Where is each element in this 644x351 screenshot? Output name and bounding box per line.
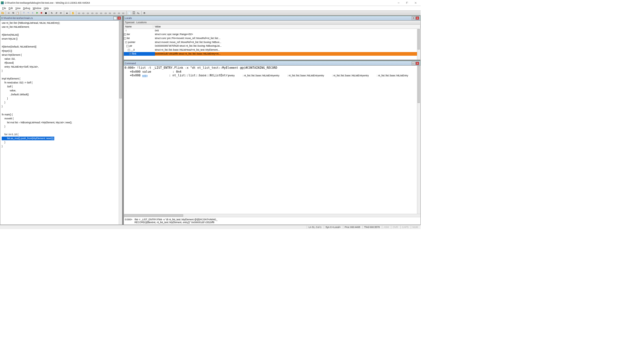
window3-icon[interactable]: ▭ <box>86 11 90 15</box>
open-icon[interactable] <box>1 11 5 15</box>
status-proc: Proc 000:4408 <box>343 226 362 229</box>
locals-tree[interactable]: i0n5+iterstruct core::ops::range::Range<… <box>124 29 417 60</box>
status-thrd: Thrd 000:3578 <box>362 226 381 229</box>
window1-icon[interactable]: ▭ <box>77 11 81 15</box>
source-header[interactable]: D:\Rust\nt-list-test\src\main.rs 📄 × <box>0 16 122 21</box>
menu-file[interactable]: File <box>1 6 7 10</box>
menu-bar: File Edit View Debug Window Help <box>0 6 421 10</box>
step-out-icon[interactable] <box>31 11 34 15</box>
break-icon[interactable] <box>40 11 44 15</box>
source-menu-icon[interactable]: 📄 <box>113 16 117 20</box>
locations-button[interactable]: Locations <box>136 21 146 24</box>
title-bar: D:\Rust\nt-list-test\target\debug\nt-lis… <box>0 0 421 6</box>
minimize-button[interactable] <box>394 0 403 6</box>
locals-scrollbar[interactable] <box>417 29 420 60</box>
paste-icon[interactable]: 📋 <box>16 11 20 15</box>
menu-window[interactable]: Window <box>32 6 42 10</box>
menu-debug[interactable]: Debug <box>22 6 31 10</box>
menu-help[interactable]: Help <box>43 6 50 10</box>
window11-icon[interactable]: ▭ <box>121 11 125 15</box>
locals-row-value[interactable]: struct nt_list::list::base::NtListHead<n… <box>155 48 417 52</box>
window6-icon[interactable]: ▭ <box>99 11 103 15</box>
status-asm: ASM <box>382 226 390 229</box>
breakpoint-icon[interactable]: ● <box>65 11 69 15</box>
status-ovr: OVR <box>391 226 399 229</box>
locals-row-value[interactable]: 0n5 <box>155 29 417 33</box>
window9-icon[interactable]: ▭ <box>113 11 116 15</box>
locals-row-name[interactable]: −ptr <box>124 44 155 48</box>
svg-rect-4 <box>41 12 42 14</box>
toolbar: ✂ ⧉ 📋 ⏹ ↻ ↺ ⟳ ● ✋ ▭ ▭ ▭ ▭ ▭ ▭ ▭ ▭ ▭ ▭ ▭ … <box>0 10 421 16</box>
hand-icon[interactable]: ✋ <box>71 11 75 15</box>
step-into-icon[interactable] <box>22 11 26 15</box>
cut-icon[interactable]: ✂ <box>7 11 11 15</box>
entry-link[interactable]: entry : nt_list::list::base::NtListEntry… <box>274 74 408 77</box>
locals-row-name[interactable]: −list <box>124 36 155 40</box>
command-input-row: 0:000> !list -t _LIST_ENTRY.Flink -x "dt… <box>124 217 420 224</box>
window-title: D:\Rust\nt-list-test\target\debug\nt-lis… <box>5 1 394 4</box>
window4-icon[interactable]: ▭ <box>90 11 94 15</box>
locals-pane: Locals ⚙ × Typecast Locations Name Value… <box>124 16 421 60</box>
locals-row-value[interactable]: 0x000001d0`c551bff8 struct nt_list::list… <box>155 52 417 56</box>
command-scrollbar-v[interactable] <box>417 66 420 214</box>
workspace: D:\Rust\nt-list-test\src\main.rs 📄 × use… <box>0 16 421 225</box>
status-num: NUM <box>411 226 420 229</box>
close-window-button[interactable] <box>411 0 420 6</box>
command-input[interactable]: !list -t _LIST_ENTRY.Flink -x "dt nt_lis… <box>133 217 420 224</box>
locals-row-name[interactable]: −pointer <box>124 40 155 44</box>
source-pane: D:\Rust\nt-list-test\src\main.rs 📄 × use… <box>0 16 122 225</box>
maximize-button[interactable] <box>403 0 411 6</box>
window5-icon[interactable]: ▭ <box>95 11 99 15</box>
source-scrollbar[interactable] <box>119 21 122 225</box>
restart-icon[interactable]: ↻ <box>50 11 54 15</box>
font-icon[interactable]: Aₐ <box>136 11 140 15</box>
window7-icon[interactable]: ▭ <box>103 11 107 15</box>
command-prompt: 0:000> <box>124 217 133 224</box>
options-icon[interactable]: ⚙ <box>142 11 146 15</box>
typecast-button[interactable]: Typecast <box>125 21 135 24</box>
source-close-button[interactable]: × <box>117 16 121 20</box>
binary-icon[interactable]: 101101 <box>132 11 136 15</box>
source-code[interactable]: use nt_list::list::{NtBoxingListHead, Nt… <box>0 21 119 225</box>
source-icon[interactable]: 📄 <box>127 11 131 15</box>
locals-close-button[interactable]: × <box>416 16 419 20</box>
command-title: Command <box>125 62 411 65</box>
stop-icon[interactable]: ⏹ <box>44 11 48 15</box>
entry-link[interactable]: entry : nt_list::list::base::NtListEntry… <box>319 74 408 77</box>
locals-menu-icon[interactable]: ⚙ <box>412 16 415 20</box>
command-close-button[interactable]: × <box>416 62 419 65</box>
copy-icon[interactable]: ⧉ <box>11 11 15 15</box>
locals-columns: Name Value <box>124 25 420 29</box>
source-filename: D:\Rust\nt-list-test\src\main.rs <box>1 17 113 20</box>
menu-edit[interactable]: Edit <box>8 6 14 10</box>
locals-row-name[interactable]: +iter <box>124 33 155 36</box>
col-value[interactable]: Value <box>153 25 420 28</box>
restart3-icon[interactable]: ⟳ <box>59 11 63 15</box>
entry-link[interactable]: entry : nt_list::list::base::NtListEntry <box>364 74 408 77</box>
step-over-icon[interactable] <box>26 11 30 15</box>
locals-row-value[interactable]: struct core::ops::range::Range<i32> <box>155 33 417 36</box>
app-icon <box>1 1 4 4</box>
run-icon[interactable] <box>35 11 39 15</box>
locals-row-name[interactable]: i <box>124 29 155 33</box>
window2-icon[interactable]: ▭ <box>81 11 85 15</box>
status-ln: Ln 31, Col 1 <box>307 226 323 229</box>
locals-row-value[interactable]: struct core::pin::Pin<moveit::move_ref::… <box>155 36 417 40</box>
command-header[interactable]: Command ▭ × <box>124 61 420 66</box>
window8-icon[interactable]: ▭ <box>108 11 112 15</box>
command-menu-icon[interactable]: ▭ <box>412 62 415 65</box>
command-scrollbar-h[interactable] <box>124 214 420 217</box>
col-name[interactable]: Name <box>124 25 153 28</box>
locals-row-value[interactable]: 0x00000089`b870f428 struct nt_list::list… <box>155 44 417 48</box>
locals-sub-toolbar: Typecast Locations <box>124 21 420 25</box>
entry-link[interactable]: entry : nt_list::list::base::NtListEntry… <box>229 74 408 77</box>
locals-row-value[interactable]: struct moveit::move_ref::MoveRef<nt_list… <box>155 40 417 44</box>
restart2-icon[interactable]: ↺ <box>54 11 58 15</box>
command-output[interactable]: 0:000> !list -t _LIST_ENTRY.Flink -x "dt… <box>124 66 417 214</box>
locals-row-name[interactable]: −__0 <box>124 48 155 52</box>
locals-header[interactable]: Locals ⚙ × <box>124 16 420 21</box>
menu-view[interactable]: View <box>14 6 21 10</box>
locals-row-name[interactable]: +flink <box>124 52 155 56</box>
window10-icon[interactable]: ▭ <box>117 11 121 15</box>
entry-link[interactable]: entry <box>142 74 148 77</box>
